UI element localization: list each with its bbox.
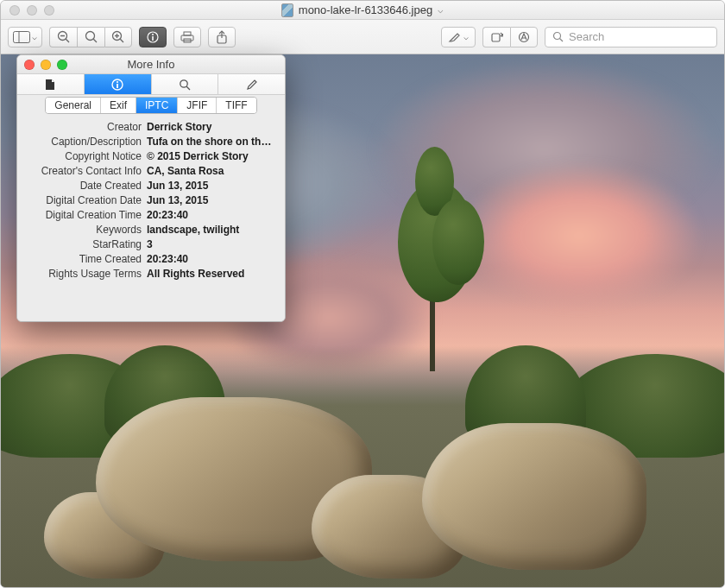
edit-group xyxy=(482,27,538,47)
more-info-panel: More Info General Exif IPTC JFIF TIFF Cr… xyxy=(16,54,286,322)
row-contact: Creator's Contact InfoCA, Santa Rosa xyxy=(26,164,276,178)
svg-point-12 xyxy=(152,34,154,35)
panel-close-button[interactable] xyxy=(24,60,35,70)
zoom-in-button[interactable] xyxy=(104,27,132,47)
svg-line-3 xyxy=(66,39,69,42)
svg-point-26 xyxy=(180,79,187,86)
svg-rect-19 xyxy=(492,34,500,41)
tab-jfif[interactable]: JFIF xyxy=(178,98,217,113)
info-button[interactable] xyxy=(139,27,167,47)
print-button[interactable] xyxy=(173,27,201,47)
window-titlebar: mono-lake-lr-6133646.jpeg ⌵ xyxy=(1,1,724,20)
title-chevron-icon[interactable]: ⌵ xyxy=(438,4,444,16)
traffic-lights-inactive[interactable] xyxy=(9,5,54,16)
svg-rect-0 xyxy=(14,31,30,42)
panel-traffic-lights[interactable] xyxy=(24,60,67,70)
row-time-created: Time Created20:23:40 xyxy=(26,252,276,266)
svg-rect-13 xyxy=(152,36,154,41)
panel-title: More Info xyxy=(128,58,175,71)
svg-line-8 xyxy=(120,39,123,42)
close-dot[interactable] xyxy=(9,5,20,16)
row-keywords: Keywordslandscape, twilight xyxy=(26,223,276,237)
panel-toolbar-info[interactable] xyxy=(85,74,152,94)
panel-toolbar xyxy=(17,74,285,95)
row-creator: CreatorDerrick Story xyxy=(26,120,276,134)
panel-minimize-button[interactable] xyxy=(41,60,51,70)
minimize-dot[interactable] xyxy=(27,5,37,16)
search-field[interactable]: Search xyxy=(545,27,717,47)
row-digital-creation-date: Digital Creation DateJun 13, 2015 xyxy=(26,193,276,207)
zoom-group xyxy=(49,27,132,47)
panel-toolbar-edit[interactable] xyxy=(218,74,285,94)
zoom-dot[interactable] xyxy=(44,5,54,16)
preview-window: mono-lake-lr-6133646.jpeg ⌵ ⌵ ⌵ Search xyxy=(0,0,725,588)
svg-point-21 xyxy=(554,33,561,40)
svg-point-5 xyxy=(85,31,94,40)
svg-line-22 xyxy=(560,39,564,42)
sidebar-toggle-button[interactable]: ⌵ xyxy=(8,27,42,47)
row-rights-usage: Rights Usage TermsAll Rights Reserved xyxy=(26,267,276,281)
window-title: mono-lake-lr-6133646.jpeg ⌵ xyxy=(281,3,444,17)
row-copyright: Copyright Notice© 2015 Derrick Story xyxy=(26,149,276,163)
panel-toolbar-file[interactable] xyxy=(17,74,85,94)
row-caption: Caption/DescriptionTufa on the shore on … xyxy=(26,135,276,149)
row-digital-creation-time: Digital Creation Time20:23:40 xyxy=(26,208,276,222)
zoom-actual-button[interactable] xyxy=(77,27,104,47)
row-date-created: Date CreatedJun 13, 2015 xyxy=(26,179,276,193)
iptc-body: CreatorDerrick Story Caption/Description… xyxy=(17,114,285,321)
zoom-out-button[interactable] xyxy=(49,27,77,47)
jpeg-file-icon xyxy=(281,3,293,17)
svg-line-27 xyxy=(186,86,190,90)
tab-general[interactable]: General xyxy=(46,98,101,113)
share-button[interactable] xyxy=(208,27,236,47)
main-toolbar: ⌵ ⌵ Search xyxy=(1,20,724,54)
svg-rect-25 xyxy=(117,84,118,88)
svg-rect-14 xyxy=(184,32,191,35)
search-icon xyxy=(552,31,564,42)
tab-exif[interactable]: Exif xyxy=(101,98,136,113)
svg-line-6 xyxy=(93,39,97,42)
svg-rect-15 xyxy=(181,35,193,41)
panel-titlebar[interactable]: More Info xyxy=(17,55,285,74)
panel-zoom-button[interactable] xyxy=(57,60,67,70)
rotate-button[interactable] xyxy=(482,27,510,47)
highlight-button[interactable]: ⌵ xyxy=(441,27,476,47)
tab-tiff[interactable]: TIFF xyxy=(217,98,255,113)
row-star-rating: StarRating3 xyxy=(26,237,276,251)
window-filename: mono-lake-lr-6133646.jpeg xyxy=(299,3,432,16)
markup-button[interactable] xyxy=(510,27,538,47)
search-placeholder: Search xyxy=(569,30,604,43)
panel-toolbar-search[interactable] xyxy=(152,74,219,94)
tab-iptc[interactable]: IPTC xyxy=(136,98,178,113)
svg-point-24 xyxy=(117,80,118,82)
panel-tab-row: General Exif IPTC JFIF TIFF xyxy=(17,95,285,114)
